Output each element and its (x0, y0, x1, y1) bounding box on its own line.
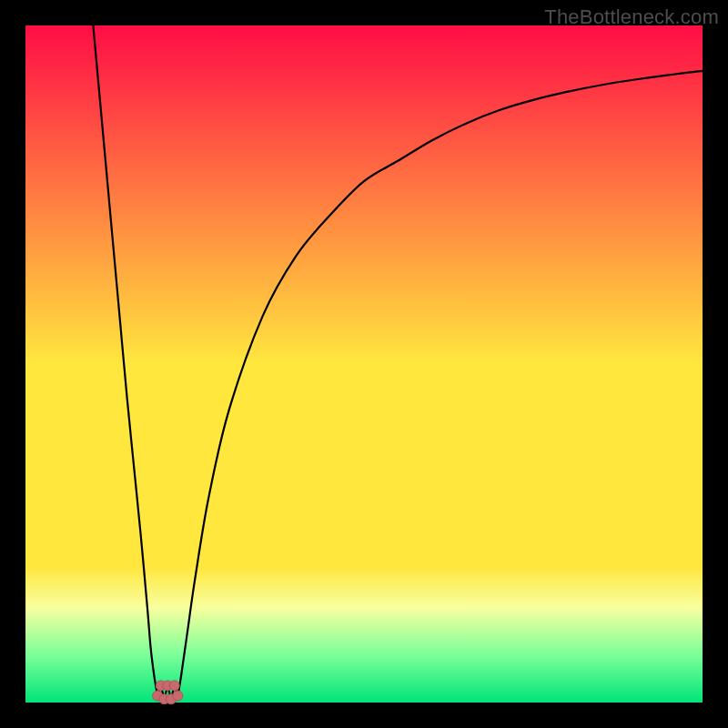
valley-markers (153, 681, 183, 704)
watermark-text: TheBottleneck.com (544, 5, 719, 29)
valley-marker (169, 681, 179, 691)
plot-area (25, 25, 703, 703)
curve-right-branch (177, 71, 703, 696)
valley-marker (173, 691, 183, 701)
curve-left-branch (93, 25, 157, 696)
chart-curves (25, 25, 703, 703)
outer-frame: TheBottleneck.com (0, 0, 728, 728)
